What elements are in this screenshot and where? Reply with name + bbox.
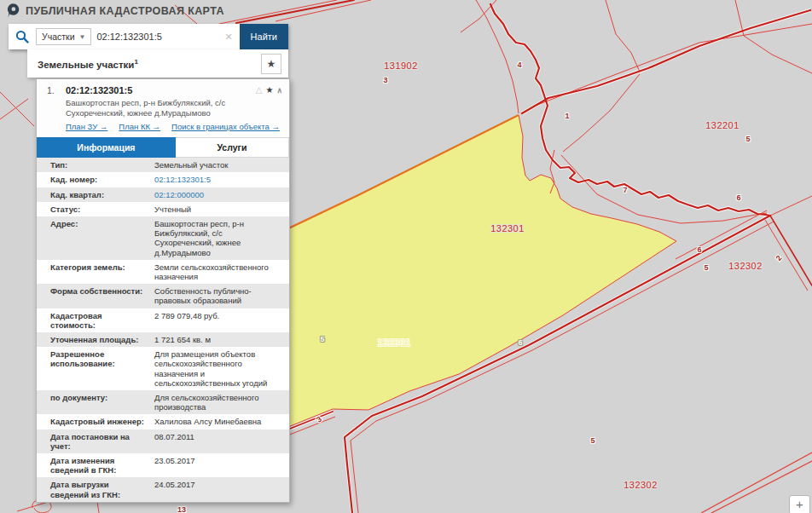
table-row: Кадастровый инженер: Халилова Алсу Минеб…	[37, 414, 289, 429]
map-label: 6	[736, 193, 740, 202]
field-value: 23.05.2017	[149, 453, 289, 477]
parcel-number-title: 02:12:132301:5	[66, 85, 132, 95]
app-header: ПУБЛИЧНАЯ КАДАСТРОВАЯ КАРТА	[7, 3, 224, 19]
map-label: 5	[590, 436, 594, 445]
tab-services[interactable]: Услуги	[176, 137, 289, 158]
field-value: 1 721 654 кв. м	[149, 332, 289, 347]
map-label: 7	[623, 186, 627, 194]
map-label: 6	[697, 245, 701, 254]
field-label: Дата постановки на учет:	[37, 429, 149, 453]
map-label: 132302	[624, 480, 658, 490]
card-links: План ЗУ → План КК → Поиск в границах объ…	[66, 122, 281, 131]
table-row: Тип: Земельный участок	[37, 158, 289, 172]
table-row: Дата изменения сведений в ГКН: 23.05.201…	[37, 453, 289, 477]
field-value: Собственность публично-правовых образова…	[149, 284, 289, 308]
app-window: 131902 3 4 1 132201 5 7 6 132301 6 5 132…	[0, 0, 812, 513]
field-label: Форма собственности:	[37, 284, 149, 308]
search-input[interactable]	[91, 32, 218, 42]
field-label: Адрес:	[37, 216, 149, 260]
cadastral-number-link[interactable]: 02:12:132301:5	[149, 172, 289, 187]
table-row: Категория земель: Земли сельскохозяйстве…	[37, 260, 289, 284]
clear-search-icon[interactable]: ✕	[224, 32, 232, 43]
tab-information[interactable]: Информация	[37, 137, 176, 158]
table-row: Разрешенное использование: Для размещени…	[37, 347, 289, 390]
results-count: 1	[134, 58, 137, 66]
field-value: Халилова Алсу Минебаевна	[149, 414, 289, 429]
map-label: 1	[565, 112, 569, 120]
map-label: 132302	[728, 261, 763, 271]
search-in-bounds-link[interactable]: Поиск в границах объекта →	[171, 122, 280, 131]
map-label: 6	[518, 338, 522, 347]
field-value: Земли сельскохозяйственного назначения	[149, 260, 289, 284]
warning-icon[interactable]: △	[256, 85, 263, 95]
field-value: Башкортостан респ, р-н Бижбулякский, с/с…	[149, 216, 289, 260]
field-value: 08.07.2011	[149, 429, 289, 453]
favorites-button[interactable]: ★	[261, 54, 281, 74]
field-label: Кад. квартал:	[37, 187, 149, 202]
field-label: Дата выгрузки сведений из ГКН:	[37, 477, 149, 501]
table-row: Кадастровая стоимость: 2 789 079,48 руб.	[37, 308, 289, 332]
map-label: 132301	[490, 223, 525, 233]
map-label: 3	[383, 76, 387, 84]
search-category-label: Участки	[42, 32, 75, 42]
field-value: Для размещения объектов сельскохозяйстве…	[149, 347, 289, 390]
field-label: Категория земель:	[37, 260, 149, 284]
field-label: Уточненная площадь:	[37, 332, 149, 347]
field-value: 2 789 079,48 руб.	[149, 308, 289, 332]
table-row: Статус: Учтенный	[37, 202, 289, 216]
star-icon[interactable]: ★	[265, 85, 273, 95]
field-label: Кадастровый инженер:	[37, 414, 149, 429]
field-value: Учтенный	[149, 202, 289, 216]
table-row: Кад. номер: 02:12:132301:5	[37, 172, 289, 187]
table-row: Дата постановки на учет: 08.07.2011	[37, 429, 289, 453]
result-index: 1.	[47, 85, 66, 95]
field-label: Кад. номер:	[37, 172, 149, 187]
field-label: Дата изменения сведений в ГКН:	[37, 453, 149, 477]
plan-zu-link[interactable]: План ЗУ →	[66, 122, 107, 131]
field-label: Статус:	[37, 202, 149, 216]
table-row: Дата выгрузки сведений из ГКН: 24.05.201…	[37, 477, 289, 501]
table-row: Кад. квартал: 02:12:000000	[37, 187, 289, 202]
chevron-down-icon: ▼	[79, 33, 86, 41]
app-title: ПУБЛИЧНАЯ КАДАСТРОВАЯ КАРТА	[26, 5, 224, 17]
plan-kk-link[interactable]: План КК →	[119, 122, 160, 131]
field-value: Для сельскохозяйственного производства	[149, 390, 289, 414]
map-label: 132301	[377, 337, 411, 348]
cadastral-block-link[interactable]: 02:12:000000	[149, 187, 289, 202]
field-value: 24.05.2017	[149, 477, 289, 501]
table-row: Уточненная площадь: 1 721 654 кв. м	[37, 332, 289, 347]
search-category-dropdown[interactable]: Участки ▼	[36, 28, 91, 45]
results-header: Земельные участки1 ★	[27, 49, 288, 78]
map-label: 132201	[705, 120, 740, 130]
map-label: 5	[320, 335, 324, 343]
results-title: Земельные участки1	[38, 58, 138, 70]
field-value: Земельный участок	[149, 158, 289, 172]
field-label: по документу:	[37, 390, 149, 414]
parcel-address: Башкортостан респ, р-н Бижбулякский, с/с…	[66, 98, 246, 118]
map-label: 4	[517, 61, 521, 69]
parcel-info-card: △ ★ ∧ 1. 02:12:132301:5 Башкортостан рес…	[36, 78, 290, 503]
field-label: Разрешенное использование:	[37, 347, 149, 390]
field-label: Тип:	[37, 158, 149, 172]
map-label: 5	[745, 135, 750, 143]
collapse-icon[interactable]: ∧	[276, 86, 282, 95]
search-bar: Участки ▼ ✕ Найти	[9, 24, 288, 49]
table-row: Адрес: Башкортостан респ, р-н Бижбулякск…	[37, 216, 289, 260]
map-label: 131902	[384, 61, 418, 71]
search-icon[interactable]	[15, 30, 29, 43]
field-label: Кадастровая стоимость:	[37, 308, 149, 332]
table-row: по документу: Для сельскохозяйственного …	[37, 390, 289, 414]
card-tabs: Информация Услуги	[37, 137, 289, 158]
parcel-attributes-table: Тип: Земельный участок Кад. номер: 02:12…	[37, 158, 289, 502]
zoom-in-button[interactable]: +	[789, 495, 810, 513]
app-logo-icon	[7, 3, 20, 19]
find-button[interactable]: Найти	[240, 24, 288, 49]
map-label: 13	[177, 505, 186, 513]
card-header: △ ★ ∧ 1. 02:12:132301:5 Башкортостан рес…	[37, 79, 289, 131]
table-row: Форма собственности: Собственность публи…	[37, 284, 289, 308]
map-label: 5	[704, 263, 708, 272]
